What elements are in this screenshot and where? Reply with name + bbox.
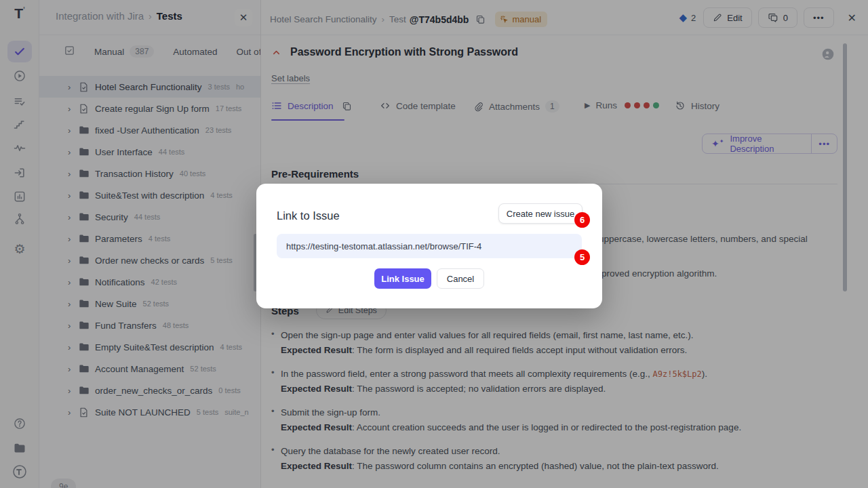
create-new-issue-button[interactable]: Create new issue (498, 203, 583, 224)
link-to-issue-modal: Link to Issue Create new issue Link Issu… (256, 184, 602, 308)
annotation-badge-5: 5 (574, 249, 590, 265)
issue-url-input[interactable] (277, 234, 582, 258)
cancel-button[interactable]: Cancel (437, 268, 484, 289)
link-issue-button[interactable]: Link Issue (374, 268, 431, 289)
modal-actions: Link Issue Cancel (256, 268, 602, 289)
modal-title: Link to Issue (277, 209, 340, 222)
annotation-badge-6: 6 (574, 212, 590, 228)
